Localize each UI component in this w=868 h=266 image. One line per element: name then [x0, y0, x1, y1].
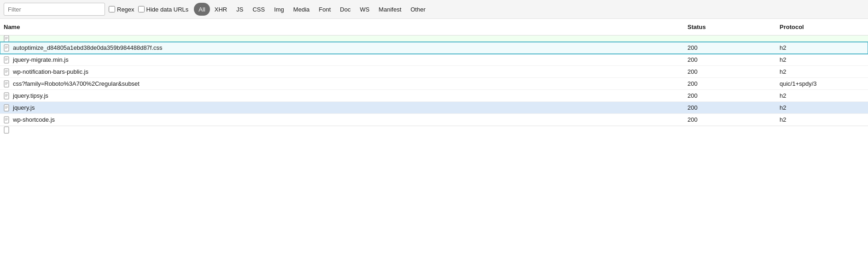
cell-name: autoptimize_d84805a1ebd38de0da359b984488… — [0, 43, 684, 53]
cell-name: jquery-migrate.min.js — [0, 55, 684, 65]
filter-btn-manifest[interactable]: Manifest — [374, 3, 406, 16]
filter-btn-css[interactable]: CSS — [248, 3, 269, 16]
filter-btn-media[interactable]: Media — [289, 3, 314, 16]
regex-checkbox-label[interactable]: Regex — [109, 6, 134, 13]
row-name: autoptimize_d84805a1ebd38de0da359b984488… — [13, 44, 163, 51]
table-row[interactable]: autoptimize_d84805a1ebd38de0da359b984488… — [0, 42, 868, 54]
cell-name: wp-shortcode.js — [0, 115, 684, 125]
filter-btn-xhr[interactable]: XHR — [210, 3, 232, 16]
filter-type-buttons: All XHR JS CSS Img Media Font Doc WS Man… — [194, 3, 430, 16]
cell-protocol: quic/1+spdy/3 — [776, 79, 868, 89]
table-row[interactable]: jquery.js 200 h2 — [0, 102, 868, 114]
row-name: jquery.js — [13, 104, 35, 111]
cell-protocol: h2 — [776, 115, 868, 124]
file-icon — [4, 126, 10, 134]
file-icon — [4, 35, 10, 41]
cell-status: 200 — [684, 55, 776, 65]
regex-checkbox[interactable] — [109, 6, 115, 12]
filter-btn-img[interactable]: Img — [269, 3, 289, 16]
svg-rect-8 — [4, 57, 9, 63]
row-name: wp-notification-bars-public.js — [13, 68, 88, 75]
file-icon — [4, 104, 10, 112]
file-icon — [4, 92, 10, 100]
table-header: Name Status Protocol — [0, 19, 868, 35]
filter-btn-all[interactable]: All — [194, 3, 210, 16]
svg-rect-32 — [4, 127, 9, 133]
row-name: jquery-migrate.min.js — [13, 56, 69, 63]
row-name: css?family=Roboto%3A700%2Cregular&subset — [13, 80, 140, 87]
svg-rect-16 — [4, 81, 9, 87]
table-body: autoptimize_d84805a1ebd38de0da359b984488… — [0, 35, 868, 132]
table-row[interactable]: css?family=Roboto%3A700%2Cregular&subset… — [0, 78, 868, 90]
table-row-partial-top[interactable] — [0, 35, 868, 42]
svg-rect-4 — [4, 45, 9, 51]
cell-protocol: h2 — [776, 67, 868, 77]
svg-rect-28 — [4, 117, 9, 123]
cell-status: 200 — [684, 67, 776, 77]
hide-data-urls-label: Hide data URLs — [146, 6, 189, 13]
svg-rect-24 — [4, 105, 9, 111]
file-icon — [4, 56, 10, 64]
table-row[interactable]: wp-shortcode.js 200 h2 — [0, 114, 868, 126]
cell-name: jquery.js — [0, 103, 684, 113]
cell-status: 200 — [684, 103, 776, 112]
filter-btn-ws[interactable]: WS — [355, 3, 374, 16]
svg-rect-12 — [4, 69, 9, 75]
filter-btn-js[interactable]: JS — [232, 3, 248, 16]
cell-status: 200 — [684, 79, 776, 89]
row-name: jquery.tipsy.js — [13, 92, 48, 99]
file-icon — [4, 68, 10, 76]
col-header-protocol[interactable]: Protocol — [776, 22, 868, 32]
regex-label: Regex — [117, 6, 134, 13]
cell-status: 200 — [684, 115, 776, 124]
col-header-status[interactable]: Status — [684, 22, 776, 32]
cell-protocol: h2 — [776, 43, 868, 53]
cell-name: jquery.tipsy.js — [0, 91, 684, 101]
filter-btn-other[interactable]: Other — [406, 3, 431, 16]
table-row[interactable]: wp-notification-bars-public.js 200 h2 — [0, 66, 868, 78]
file-icon — [4, 44, 10, 52]
hide-data-urls-checkbox-label[interactable]: Hide data URLs — [138, 6, 189, 13]
cell-protocol: h2 — [776, 103, 868, 112]
filter-input[interactable] — [4, 3, 105, 16]
hide-data-urls-checkbox[interactable] — [138, 6, 145, 12]
table-row-partial-bottom[interactable] — [0, 126, 868, 132]
cell-status: 200 — [684, 91, 776, 100]
cell-status: 200 — [684, 43, 776, 53]
network-toolbar: Regex Hide data URLs All XHR JS CSS Img … — [0, 0, 868, 19]
cell-name: css?family=Roboto%3A700%2Cregular&subset — [0, 79, 684, 89]
filter-btn-doc[interactable]: Doc — [335, 3, 355, 16]
table-row[interactable]: jquery-migrate.min.js 200 h2 — [0, 54, 868, 66]
cell-protocol: h2 — [776, 91, 868, 100]
svg-rect-0 — [4, 35, 9, 41]
col-header-name[interactable]: Name — [0, 22, 684, 32]
row-name: wp-shortcode.js — [13, 116, 55, 123]
table-row[interactable]: jquery.tipsy.js 200 h2 — [0, 90, 868, 102]
cell-name: wp-notification-bars-public.js — [0, 67, 684, 77]
filter-btn-font[interactable]: Font — [314, 3, 335, 16]
svg-rect-20 — [4, 93, 9, 99]
cell-protocol: h2 — [776, 55, 868, 65]
file-icon — [4, 116, 10, 124]
file-icon — [4, 80, 10, 88]
